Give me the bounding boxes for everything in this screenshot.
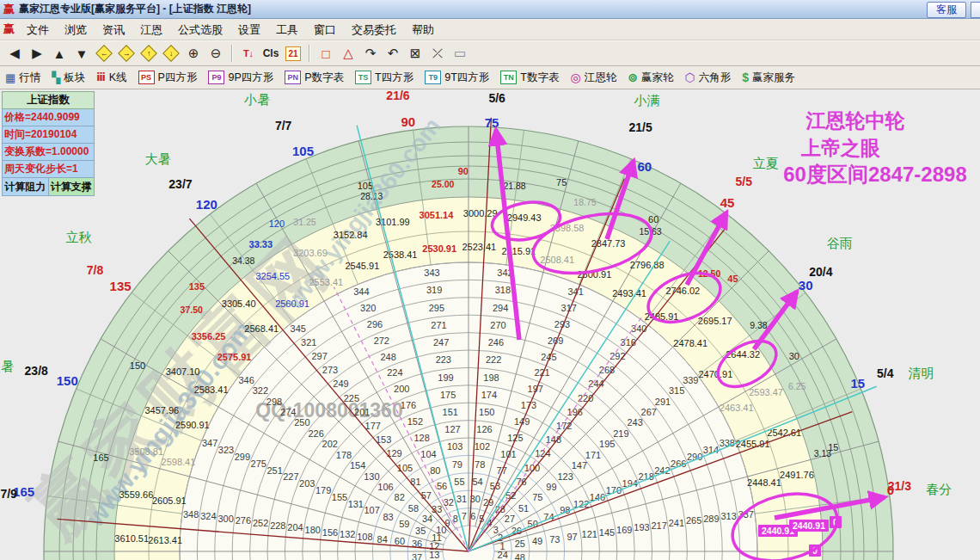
- menu-交易委托[interactable]: 交易委托: [344, 19, 404, 40]
- diamond-right-button[interactable]: →: [115, 43, 138, 64]
- down-button[interactable]: ▼: [70, 43, 93, 64]
- customer-service-button[interactable]: 客服: [927, 2, 966, 18]
- svg-text:103: 103: [447, 441, 462, 452]
- svg-text:25.00: 25.00: [432, 179, 454, 189]
- triangle-tool-button[interactable]: △: [337, 43, 359, 64]
- t-updown-button[interactable]: T↓: [237, 43, 260, 64]
- svg-text:107: 107: [364, 505, 379, 515]
- svg-text:3305.40: 3305.40: [222, 298, 256, 309]
- tool-label-9p-sifangxing: 9P四方形: [228, 71, 273, 85]
- svg-text:28.13: 28.13: [360, 191, 383, 201]
- svg-text:179: 179: [315, 485, 331, 495]
- up-icon: ▲: [53, 46, 66, 61]
- box-select-button[interactable]: ⊠: [404, 43, 426, 64]
- special-labels: 33.33: [249, 239, 273, 249]
- tool-kline[interactable]: ⅲK线: [96, 68, 126, 87]
- square-tool-button[interactable]: □: [315, 43, 337, 64]
- menu-工具[interactable]: 工具: [268, 19, 306, 40]
- menu-公式选股[interactable]: 公式选股: [170, 19, 230, 40]
- svg-text:34.38: 34.38: [232, 255, 254, 266]
- up-button[interactable]: ▲: [48, 43, 70, 64]
- tool-yingjiafuwu[interactable]: $赢家服务: [742, 68, 795, 87]
- rotate-cw-button[interactable]: ↷: [359, 43, 382, 64]
- price-row: 价格=2440.9099: [2, 109, 95, 126]
- svg-text:2590.91: 2590.91: [175, 420, 210, 430]
- svg-text:270: 270: [490, 320, 505, 330]
- coefficient-row: 变换系数=1.00000: [2, 144, 95, 161]
- app-icon: 赢: [3, 2, 15, 17]
- tool-p-shuzibiao[interactable]: PNP数字表: [285, 68, 344, 87]
- svg-text:21/6: 21/6: [386, 89, 409, 102]
- tool-yingjialun[interactable]: ⊚赢家轮: [628, 68, 673, 87]
- svg-text:199: 199: [438, 372, 453, 383]
- svg-text:45: 45: [727, 274, 738, 284]
- svg-text:265: 265: [686, 515, 701, 526]
- menu-文件[interactable]: 文件: [19, 19, 57, 40]
- svg-text:2538.41: 2538.41: [383, 249, 418, 260]
- svg-text:298: 298: [266, 397, 282, 407]
- tool-t-sifangxing[interactable]: TST四方形: [355, 68, 413, 87]
- svg-text:243: 243: [627, 417, 642, 428]
- rotate-ccw-button[interactable]: ↶: [382, 43, 404, 64]
- svg-text:201: 201: [354, 407, 370, 417]
- svg-text:2508.41: 2508.41: [540, 255, 574, 265]
- diamond-left-button[interactable]: ←: [93, 43, 115, 64]
- menu-设置[interactable]: 设置: [230, 19, 268, 40]
- tool-bankuai[interactable]: ▚板块: [52, 68, 85, 87]
- svg-text:60: 60: [395, 536, 405, 546]
- svg-text:32: 32: [444, 497, 454, 508]
- svg-text:23/8: 23/8: [25, 364, 48, 378]
- eraser-button[interactable]: ▭: [449, 43, 471, 64]
- svg-text:24: 24: [498, 550, 508, 560]
- svg-text:80: 80: [430, 465, 440, 476]
- svg-text:203: 203: [299, 478, 315, 489]
- svg-text:53: 53: [490, 481, 500, 491]
- svg-text:2568.41: 2568.41: [244, 323, 279, 334]
- menu-窗口[interactable]: 窗口: [306, 19, 344, 40]
- cls-button[interactable]: Cls: [260, 43, 282, 64]
- svg-text:3559.66: 3559.66: [119, 489, 153, 500]
- menu-江恩[interactable]: 江恩: [132, 19, 170, 40]
- svg-text:6: 6: [470, 511, 475, 521]
- zoom-in-button[interactable]: ⊕: [182, 43, 205, 64]
- calendar-button[interactable]: 21: [282, 43, 304, 64]
- calc-support-button[interactable]: 计算支撑: [49, 178, 95, 196]
- calendar-icon: 21: [285, 46, 301, 61]
- tool-jiangenlun[interactable]: ◎江恩轮: [570, 68, 616, 87]
- tool-t-shuzibiao[interactable]: TNT数字表: [500, 68, 559, 87]
- svg-text:2530.91: 2530.91: [422, 243, 456, 254]
- gann-wheel-chart[interactable]: 赢家财富网www.yingjia360.comwww.yingjia360.co…: [0, 89, 980, 560]
- tool-label-hangqing: 行情: [19, 71, 40, 85]
- calc-resistance-button[interactable]: 计算阻力: [2, 178, 49, 196]
- back-button[interactable]: ◀: [3, 43, 26, 64]
- menu-帮助[interactable]: 帮助: [404, 19, 442, 40]
- tool-hangqing[interactable]: ▦行情: [5, 68, 40, 87]
- zoom-out-button[interactable]: ⊖: [205, 43, 227, 64]
- svg-text:252: 252: [253, 518, 268, 528]
- svg-text:2463.41: 2463.41: [720, 403, 754, 413]
- menu-浏览[interactable]: 浏览: [57, 19, 95, 40]
- square-tool-icon: □: [322, 46, 329, 61]
- svg-text:2796.88: 2796.88: [630, 260, 665, 270]
- menu-资讯[interactable]: 资讯: [95, 19, 132, 40]
- svg-text:347: 347: [202, 438, 217, 448]
- svg-text:121: 121: [582, 529, 597, 539]
- zoom-in-icon: ⊕: [188, 46, 199, 61]
- svg-text:172: 172: [556, 421, 572, 431]
- svg-text:345: 345: [291, 323, 306, 334]
- 9t-sifangxing-icon: T9: [425, 71, 441, 84]
- svg-text:125: 125: [507, 433, 523, 443]
- diamond-down-button[interactable]: ↓: [160, 43, 182, 64]
- gann-wheel-svg: 赢家财富网www.yingjia360.comwww.yingjia360.co…: [0, 89, 980, 560]
- forward-button[interactable]: ▶: [26, 43, 48, 64]
- box-select-icon: ⊠: [410, 46, 421, 61]
- crosshair-button[interactable]: ⤫: [426, 43, 449, 64]
- tool-9p-sifangxing[interactable]: P99P四方形: [208, 68, 273, 87]
- tool-9t-sifangxing[interactable]: T99T四方形: [425, 68, 489, 87]
- svg-text:2491.76: 2491.76: [780, 470, 814, 480]
- tool-liujiaoxing[interactable]: ⬡六角形: [684, 68, 731, 87]
- tool-p-sifangxing[interactable]: PSP四方形: [138, 68, 198, 87]
- partial-button[interactable]: [971, 2, 980, 18]
- diamond-up-button[interactable]: ↑: [138, 43, 160, 64]
- svg-text:37: 37: [412, 552, 422, 560]
